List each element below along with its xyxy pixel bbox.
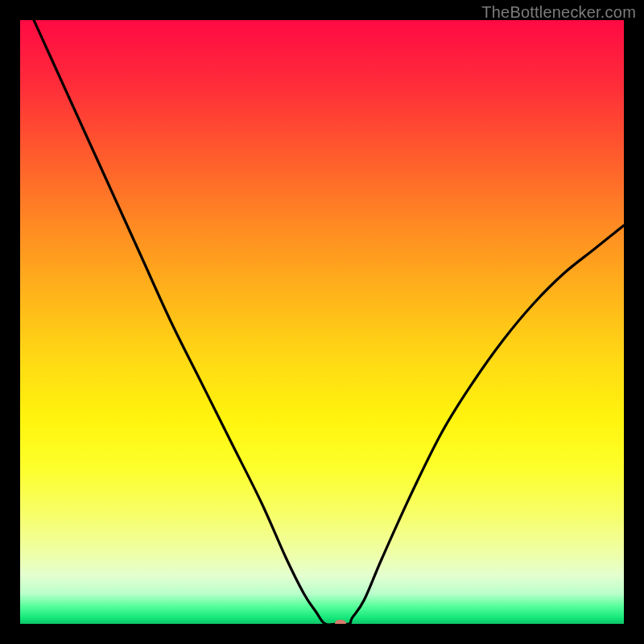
watermark-text: TheBottlenecker.com [481,3,636,22]
plot-area [20,20,624,624]
optimal-point-marker [335,620,346,624]
chart-frame: TheBottlenecker.com [0,0,644,644]
bottleneck-curve [20,20,624,624]
